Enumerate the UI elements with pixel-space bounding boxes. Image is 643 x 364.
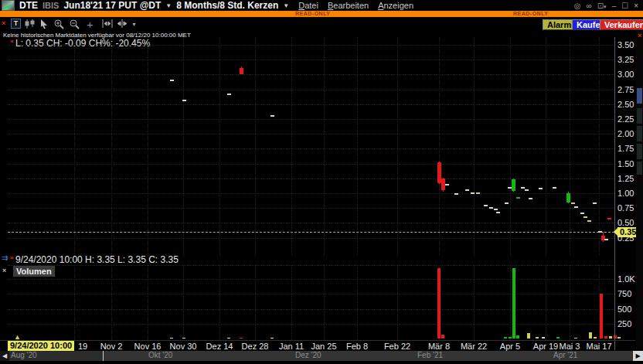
candle [566,193,570,202]
time-gridline [510,265,511,340]
volume-bar [604,336,607,338]
axis-scroll-segment [637,126,642,141]
price-axis-tick: 1.75 [617,145,634,153]
xaxis-separator [0,340,635,341]
time-gridline [148,265,148,340]
scrollbar-range-label: Dez '20 [295,351,322,360]
time-gridline [148,37,148,256]
price-axis-tick: 1.25 [617,175,634,183]
candle [607,218,611,219]
time-gridline [255,37,256,256]
price-gridline [8,164,614,165]
candle [476,192,480,194]
chart-window: DTE IBIS Jun18'21 17 PUT @DT ▼ 8 Months/… [0,0,643,364]
time-gridline [219,265,220,340]
price-gridline [8,148,614,149]
volume-axis-tick: 1.0K [617,275,635,284]
price-gridline [8,134,614,134]
time-gridline [397,265,398,340]
axis-close-icon[interactable]: × [638,32,641,39]
time-gridline [570,37,570,256]
volume-bar [270,338,274,338]
candle [539,188,543,189]
volume-bar [617,337,621,338]
volume-bar [441,335,444,338]
candle [227,94,231,95]
scroll-left-button[interactable]: ◀ [0,351,9,361]
candle [571,202,575,204]
candle [583,216,587,218]
price-axis-tick: 3.25 [617,56,634,64]
time-gridline [357,265,358,340]
time-gridline [439,37,440,256]
volume-bar [182,338,185,338]
candle [182,100,186,101]
time-gridline [183,265,184,340]
volume-gridline [8,279,614,280]
time-axis-tick: 19 [78,342,87,351]
candle [521,187,525,189]
candle [525,189,529,191]
axis-separator [614,37,615,350]
time-gridline [291,37,292,256]
axis-scroll-segment [637,144,642,159]
volume-bar [527,333,530,338]
price-axis-tick: 1.50 [617,160,634,168]
volume-axis-tick: 250 [617,320,631,328]
last-price-line [8,232,614,233]
volume-bar [589,332,592,338]
time-scrollbar[interactable]: Aug '20Okt '20Dez '20Feb '21Apr '21 [0,351,643,361]
time-axis-tick: Nov 2 [100,342,123,351]
time-gridline [324,37,325,256]
volume-bar [509,337,512,338]
price-gridline [8,60,614,60]
candle [512,179,515,191]
candle [598,231,602,233]
time-gridline [546,37,546,256]
scrollbar-range-label: Feb '21 [417,351,443,360]
time-gridline [397,37,398,256]
candle [489,207,493,209]
time-gridline [570,265,570,340]
time-axis-tick: Feb 8 [346,342,368,351]
candle [240,68,243,74]
time-axis-tick: Mai 3 [560,342,580,351]
candle [580,213,584,214]
volume-bar [240,338,243,338]
time-gridline [324,265,325,340]
time-axis-tick: Mär 8 [428,342,450,351]
price-axis-tick: 2.50 [617,100,634,109]
scroll-right-button[interactable]: ▶ [633,351,643,361]
crosshair-date-tag: 9/24/2020 10:00 [8,341,74,351]
chart-plot-area: 3.503.253.002.752.502.252.001.751.501.25… [0,0,643,364]
price-axis-tick: 3.50 [617,41,634,49]
time-gridline [183,37,184,256]
candle [587,220,591,222]
price-axis-tick: 0.50 [617,219,634,227]
candle [270,115,274,117]
price-gridline [8,119,614,120]
axis-scroll-segment [637,108,642,124]
volume-bar [437,268,441,338]
time-axis-tick: Jan 11 [279,342,304,351]
candle [445,184,449,185]
candle [553,187,556,189]
volume-bar [600,294,603,338]
time-gridline [111,37,112,256]
price-axis-scrollbar[interactable]: × [636,31,643,351]
candle [505,202,509,204]
time-axis-tick: Mai 17 [586,342,611,351]
time-axis-tick: Apr 19 [533,342,558,351]
time-gridline [219,37,220,256]
candle [465,189,469,191]
price-gridline [8,223,614,223]
volume-bar [574,338,577,338]
time-gridline [510,37,511,256]
scrollbar-range-label: Aug '20 [11,351,37,360]
volume-bar [594,337,597,338]
candle [516,197,520,199]
volume-bar [512,268,515,338]
axis-scroll-thumb[interactable] [637,88,642,104]
volume-gridline [8,309,614,310]
time-gridline [74,265,75,340]
